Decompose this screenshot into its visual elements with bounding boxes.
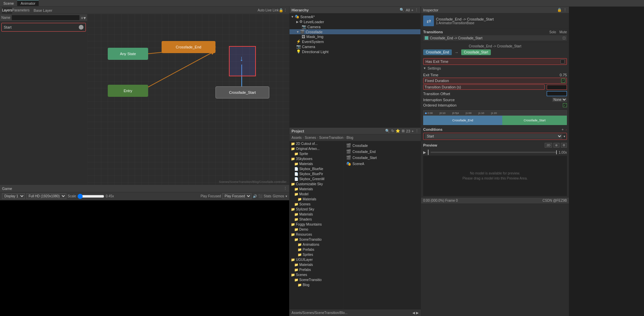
audio-icon[interactable]: 🔊 [253,194,257,198]
folder-scenes-1[interactable]: 📁 Scenes [290,202,343,207]
folder-materials-3[interactable]: 📁 Materials [290,197,343,202]
preview-settings-btn[interactable]: ⚙ [561,143,567,148]
node-crossfade-start[interactable]: Crossfade_Start [215,86,269,98]
folder-sprite[interactable]: 📁 Sprite [290,151,343,156]
folder-materials-1[interactable]: 📁 Materials [290,161,343,166]
trans-from-node[interactable]: Crossfade_End [423,49,452,55]
folder-skybox-bluene[interactable]: 📄 Skybox_BlueNe [290,166,343,171]
level-loader-arrow[interactable]: ▶ [296,20,299,24]
folder-scenes-2[interactable]: 📁 Scenes [290,272,343,277]
folder-demo[interactable]: 📁 Demo [290,227,343,232]
folder-customizable-sky[interactable]: 📁 Customizable Sky [290,182,343,187]
display-select[interactable]: Display 1 [2,193,25,199]
folder-prefabs-2[interactable]: 📁 Prefabs [290,267,343,272]
game-menu-icon[interactable]: ⋮ [283,186,287,191]
folder-blog[interactable]: 📁 Blog [290,282,343,287]
folder-skybox-bluepir[interactable]: 📄 Skybox_BluePir [290,171,343,176]
interruption-source-select[interactable]: None [552,97,567,102]
folder-scenetransitio[interactable]: 📁 SceneTransitio [290,237,343,242]
hierarchy-all-label[interactable]: All [406,8,410,12]
asset-crossfade[interactable]: 🎬 Crossfade [345,143,419,149]
folder-materials-4[interactable]: 📁 Materials [290,212,343,217]
folder-resources[interactable]: 📁 Resources [290,232,343,237]
folder-3skyboxes[interactable]: 📁 3Skyboxes [290,156,343,161]
transition-mute-check[interactable]: ☐ [563,36,566,40]
node-entry[interactable]: Entry [108,85,148,97]
preview-avatar-btn[interactable]: ⊕ [553,143,560,148]
animator-graph[interactable]: Any State Entry Crossfade_End ↓ [88,14,289,185]
project-refresh-icon[interactable]: ↻ [391,129,394,133]
asset-crossfade-start[interactable]: 🎬 Crossfade_Start [345,155,419,161]
trans-to-node[interactable]: Crossfade_Start [461,49,491,55]
folder-materials-2[interactable]: 📁 Materials [290,187,343,192]
scene-expand-arrow[interactable]: ▼ [291,15,294,18]
condition-select[interactable]: Start [425,134,562,139]
node-anystate[interactable]: Any State [108,48,148,60]
hierarchy-mask-img[interactable]: 🖼 Mask_Img [290,34,420,39]
condition-add-button[interactable]: + [562,127,564,131]
project-search-icon[interactable]: 🔍 [385,129,390,133]
asset-crossfade-end[interactable]: 🎬 Crossfade_End [345,149,419,155]
project-nav-icons[interactable]: ◀ ▶ [412,311,419,315]
tab-layers[interactable]: Layers [2,7,12,14]
breadcrumb-assets[interactable]: Assets [292,136,302,140]
folder-skybox-greenm[interactable]: 📄 Skybox_GreenM [290,176,343,182]
fixed-duration-checkbox[interactable] [561,79,565,83]
settings-toggle[interactable]: ▼ [423,67,426,70]
add-parameter-button[interactable]: +▾ [81,15,86,21]
tab-animator[interactable]: Animator [17,0,39,6]
hierarchy-level-loader[interactable]: ▶ ⚙ LevelLoader [290,19,420,24]
folder-original-artwork[interactable]: 📁 Original Artwo... [290,146,343,151]
folder-animations[interactable]: 📁 Animations [290,242,343,247]
hierarchy-crossfade[interactable]: ▼ 🎬 Crossfade [290,29,420,34]
transition-offset-input[interactable]: 0 [547,91,567,96]
hierarchy-menu-icon[interactable]: ⋮ [415,8,418,12]
start-row[interactable]: Start [1,23,86,32]
breadcrumb-scenes[interactable]: Scenes [305,136,316,140]
crossfade-arrow[interactable]: ▼ [296,30,299,34]
tab-scene[interactable]: Scene [0,1,17,6]
tab-parameters[interactable]: Parameters [12,7,30,14]
tab-game[interactable]: Game [2,187,12,191]
hierarchy-add-button[interactable]: + [411,8,413,12]
ordered-interruption-checkbox[interactable] [563,103,567,107]
folder-prefabs[interactable]: 📁 Prefabs [290,247,343,252]
inspector-lock-icon[interactable]: 🔒 [557,8,562,12]
animator-menu-icon[interactable]: ⋮ [283,8,287,12]
folder-uguilayer[interactable]: 📁 UGUILayer [290,257,343,262]
hierarchy-directional-light[interactable]: 💡 Directional Light [290,49,420,54]
transition-duration-input[interactable]: 0 [547,85,567,90]
project-bookmark-icon[interactable]: ⭐ [396,129,400,133]
node-crossfade-end[interactable]: Crossfade_End [162,41,215,53]
gizmos-label[interactable]: Gizmos [273,194,284,198]
project-menu-icon[interactable]: ⋮ [415,129,419,133]
folder-stylized-sky[interactable]: 📁 Stylized Sky [290,207,343,212]
transition-checkbox[interactable] [425,36,429,40]
resolution-select[interactable]: Full HD (1920x1080) [26,193,66,199]
folder-shaders[interactable]: 📁 Shaders [290,217,343,222]
preview-2d-btn[interactable]: 2D [545,143,552,148]
breadcrumb-scenetransition[interactable]: SceneTransition [319,136,343,140]
hierarchy-camera-2[interactable]: 📷 Camera [290,44,420,49]
stats-label[interactable]: Stats [264,194,271,198]
breadcrumb-blog[interactable]: Blog [346,136,353,140]
preview-progress-bar[interactable] [431,152,557,153]
play-focused-select[interactable]: Play Focused [222,193,251,199]
settings-header[interactable]: ▼ Settings [421,66,569,71]
preview-play-btn[interactable]: ▶ [423,150,426,155]
name-filter-input[interactable] [12,15,79,20]
toggle-dot[interactable] [79,25,83,30]
folder-materials-5[interactable]: 📁 Materials [290,262,343,267]
hierarchy-search-icon[interactable]: 🔍 [400,8,404,12]
hierarchy-scene-root[interactable]: ▼ 🎭 SceneA* [290,14,420,19]
folder-foggy-mountains[interactable]: 📁 Foggy Mountains [290,222,343,227]
scale-slider[interactable] [77,194,104,199]
has-exit-checkbox[interactable] [561,60,565,64]
hierarchy-camera-1[interactable]: 📷 Camera [290,24,420,29]
animator-lock-icon[interactable]: 🔒 [279,8,283,12]
hierarchy-event-system[interactable]: ⚡ EventSystem [290,39,420,44]
folder-model[interactable]: 📁 Model [290,192,343,197]
folder-scenetransitio-2[interactable]: 📁 SceneTransitio [290,277,343,282]
project-add-button[interactable]: + [412,129,414,133]
transition-item[interactable]: Crossfade_End -> Crossfade_Start ☐ [423,35,567,41]
